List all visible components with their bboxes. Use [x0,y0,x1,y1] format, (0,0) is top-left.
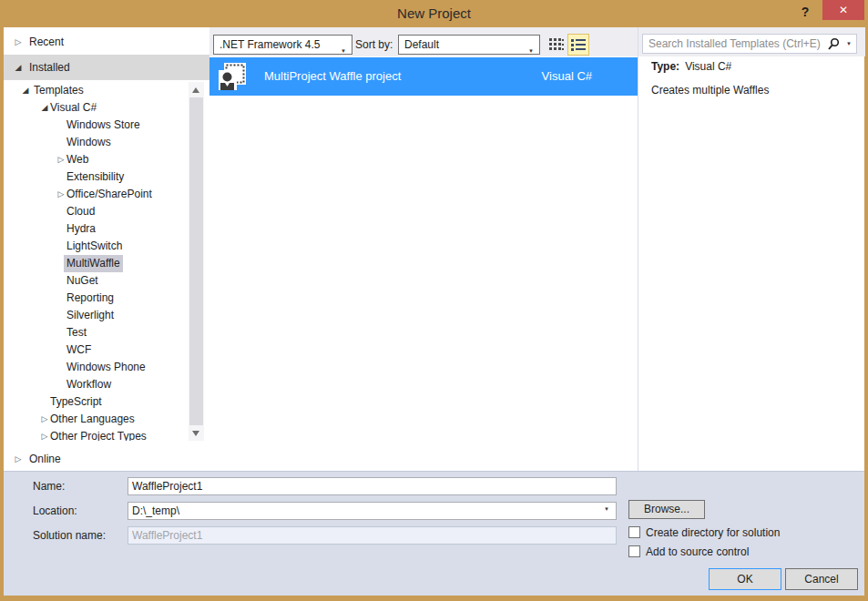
tree-item-label: Windows Phone [64,359,148,376]
framework-dropdown-value: .NET Framework 4.5 [220,38,320,51]
template-list: MultiProject Waffle project Visual C# Cl… [209,56,638,471]
scrollbar-thumb[interactable] [189,97,203,425]
tree-item-label: Reporting [64,290,117,307]
tree-item-workflow[interactable]: Workflow [4,376,188,393]
type-value: Visual C# [685,60,731,73]
tree-scrollbar[interactable] [189,82,204,441]
category-sidebar: ▷ Recent ◢ Installed ◢Templates◢Visual C… [4,27,209,471]
tree-item-reporting[interactable]: Reporting [4,290,188,307]
type-label: Type: [651,60,679,73]
tree-item-lightswitch[interactable]: LightSwitch [4,238,188,255]
template-item-multiproject-waffle[interactable]: MultiProject Waffle project Visual C# [209,57,638,96]
solution-name-label: Solution name: [33,526,106,545]
tree-item-test[interactable]: Test [4,324,188,341]
chevron-down-icon[interactable]: ▼ [846,41,852,46]
create-directory-checkbox[interactable] [628,526,640,538]
search-box: ▼ [642,34,857,54]
tree-item-label: Other Languages [47,411,138,428]
tree-item-label: Test [64,324,89,341]
list-toolbar: .NET Framework 4.5 ▼ Sort by: Default ▼ [209,27,638,56]
small-icons-view-icon [549,38,564,51]
tree-item-windows-phone[interactable]: Windows Phone [4,359,188,376]
project-name-input[interactable] [128,477,617,495]
list-view-button[interactable] [567,34,589,56]
tree-item-label: TypeScript [47,393,105,411]
close-icon[interactable]: ✕ [822,0,864,20]
tree-item-cloud[interactable]: Cloud [4,203,188,220]
search-strip: ▼ [638,27,865,56]
tree-item-label: Web [64,151,91,168]
tree-item-visual-c-[interactable]: ◢Visual C# [4,99,188,117]
name-label: Name: [33,477,65,495]
tree-item-label: NuGet [64,272,101,290]
tree-item-label: Windows [64,134,114,151]
expanded-arrow-icon[interactable]: ◢ [13,55,24,80]
sidebar-item-recent[interactable]: ▷ Recent [4,29,209,55]
source-control-checkbox[interactable] [628,545,640,557]
location-input[interactable] [128,502,617,520]
list-view-icon [570,38,587,51]
sidebar-item-installed[interactable]: ◢ Installed [4,55,209,80]
scrollbar-down-arrow-icon[interactable] [189,425,204,441]
collapsed-arrow-icon[interactable]: ▷ [13,29,24,55]
template-description: Creates multiple Waffles [651,84,859,97]
scrollbar-up-arrow-icon[interactable] [189,82,204,97]
tree-item-label: MultiWaffle [64,255,123,272]
tree-item-other-languages[interactable]: ▷Other Languages [4,411,188,428]
tree-item-label: Visual C# [47,99,99,117]
solution-name-input [128,526,617,545]
tree-item-windows-store[interactable]: Windows Store [4,117,188,134]
tree-item-label: Cloud [64,203,97,220]
dialog-title: New Project [0,0,868,27]
template-category-tree: ◢Templates◢Visual C#Windows StoreWindows… [4,82,188,441]
sidebar-item-label: Online [29,447,61,471]
sidebar-item-label: Installed [29,55,70,80]
tree-item-label: Extensibility [64,168,127,186]
ok-button[interactable]: OK [709,568,781,590]
chevron-down-icon[interactable]: ▼ [604,506,609,512]
collapsed-arrow-icon[interactable]: ▷ [13,447,24,471]
search-input[interactable] [643,35,825,53]
create-directory-label: Create directory for solution [646,526,780,539]
template-language: Visual C# [542,57,592,96]
help-icon[interactable]: ? [795,2,815,22]
small-icons-view-button[interactable] [546,34,567,56]
sort-dropdown[interactable]: Default ▼ [398,35,540,55]
tree-item-label: Windows Store [64,117,143,134]
tree-item-silverlight[interactable]: Silverlight [4,307,188,324]
tree-item-templates[interactable]: ◢Templates [4,82,188,99]
tree-item-wcf[interactable]: WCF [4,341,188,359]
expanded-arrow-icon[interactable]: ◢ [20,82,31,99]
project-settings-footer: Name: Location: ▼ Browse... Solution nam… [4,471,864,596]
tree-item-office-sharepoint[interactable]: ▷Office/SharePoint [4,186,188,203]
dialog-client-area: ▷ Recent ◢ Installed ◢Templates◢Visual C… [4,27,864,596]
tree-item-label: Hydra [64,220,98,238]
tree-item-label: Templates [31,82,87,99]
tree-item-other-project-types[interactable]: ▷Other Project Types [4,428,188,441]
template-name: MultiProject Waffle project [264,57,401,96]
tree-item-extensibility[interactable]: Extensibility [4,168,188,186]
template-details-pane: ▼ Type:Visual C# Creates multiple Waffle… [638,27,864,471]
tree-item-web[interactable]: ▷Web [4,151,188,168]
tree-item-hydra[interactable]: Hydra [4,220,188,238]
tree-item-label: Silverlight [64,307,117,324]
csharp-project-icon [218,62,247,91]
tree-item-label: LightSwitch [64,238,125,255]
tree-item-windows[interactable]: Windows [4,134,188,151]
tree-item-label: Other Project Types [47,428,149,441]
titlebar[interactable]: New Project ? ✕ [0,0,868,27]
source-control-label: Add to source control [646,545,749,558]
browse-button[interactable]: Browse... [628,500,705,519]
tree-item-label: Office/SharePoint [64,186,155,203]
location-label: Location: [33,502,77,520]
template-list-pane: .NET Framework 4.5 ▼ Sort by: Default ▼ [209,27,638,471]
cancel-button[interactable]: Cancel [785,568,858,590]
sidebar-item-online[interactable]: ▷ Online [4,447,209,471]
framework-dropdown[interactable]: .NET Framework 4.5 ▼ [213,35,352,55]
search-icon[interactable] [827,37,840,54]
tree-item-typescript[interactable]: TypeScript [4,393,188,411]
tree-item-nuget[interactable]: NuGet [4,272,188,290]
tree-item-label: WCF [64,341,94,359]
sort-by-label: Sort by: [355,35,393,55]
tree-item-multiwaffle[interactable]: MultiWaffle [4,255,188,272]
